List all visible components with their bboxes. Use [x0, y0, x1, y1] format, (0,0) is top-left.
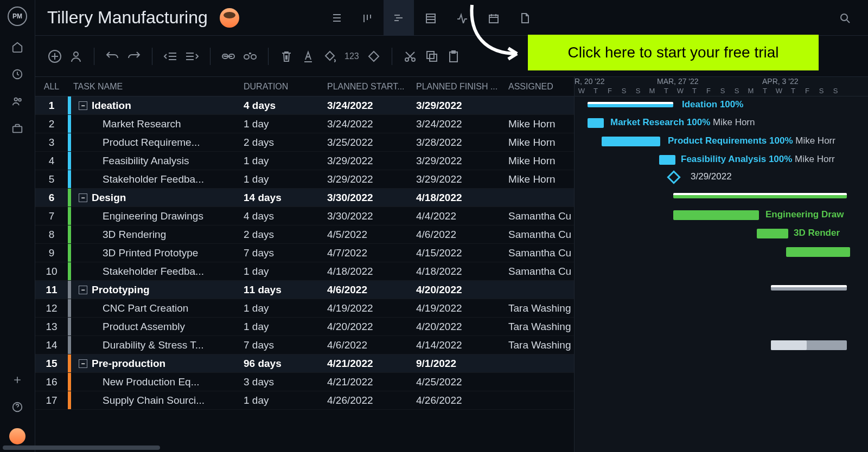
number-format[interactable]: 123 — [344, 51, 359, 61]
duration-cell[interactable]: 1 day — [244, 395, 327, 406]
end-cell[interactable]: 4/20/2022 — [416, 284, 508, 296]
start-cell[interactable]: 3/25/2022 — [327, 137, 416, 148]
task-name-cell[interactable]: −Design — [73, 192, 244, 204]
task-name-cell[interactable]: Durability & Stress T... — [73, 339, 244, 351]
task-row[interactable]: 93D Printed Prototype7 days4/7/20224/15/… — [35, 244, 574, 262]
assigned-cell[interactable]: Mike Horn — [508, 173, 573, 185]
duration-cell[interactable]: 1 day — [244, 266, 327, 277]
duration-cell[interactable]: 96 days — [244, 358, 327, 370]
end-cell[interactable]: 4/18/2022 — [416, 266, 508, 277]
start-cell[interactable]: 4/7/2022 — [327, 247, 416, 259]
task-row[interactable]: 5Stakeholder Feedba...1 day3/29/20223/29… — [35, 170, 574, 189]
task-row[interactable]: 6−Design14 days3/30/20224/18/2022 — [35, 189, 574, 207]
duration-cell[interactable]: 14 days — [244, 192, 327, 204]
task-name-cell[interactable]: Market Research — [73, 118, 244, 130]
end-cell[interactable]: 4/18/2022 — [416, 192, 508, 204]
indent-icon[interactable] — [185, 49, 199, 63]
link-icon[interactable] — [221, 49, 235, 63]
task-name-cell[interactable]: Feasibility Analysis — [73, 155, 244, 167]
gantt-bar[interactable] — [588, 118, 604, 128]
task-row[interactable]: 14Durability & Stress T...7 days4/6/2022… — [35, 336, 574, 354]
start-cell[interactable]: 4/19/2022 — [327, 302, 416, 314]
assigned-cell[interactable]: Samantha Cu — [508, 247, 573, 259]
end-cell[interactable]: 4/20/2022 — [416, 321, 508, 333]
end-cell[interactable]: 3/28/2022 — [416, 137, 508, 148]
home-icon[interactable] — [11, 41, 23, 53]
start-cell[interactable]: 3/30/2022 — [327, 210, 416, 222]
assigned-cell[interactable]: Mike Horn — [508, 118, 573, 130]
cut-icon[interactable] — [403, 49, 417, 63]
duration-cell[interactable]: 1 day — [244, 173, 327, 185]
gantt-bar[interactable] — [757, 229, 788, 238]
recent-icon[interactable] — [11, 68, 23, 80]
start-cell[interactable]: 4/21/2022 — [327, 376, 416, 388]
view-list-icon[interactable] — [321, 0, 351, 36]
end-cell[interactable]: 4/15/2022 — [416, 247, 508, 259]
end-cell[interactable]: 4/6/2022 — [416, 229, 508, 241]
view-gantt-icon[interactable] — [384, 0, 414, 36]
gantt-chart[interactable]: R, 20 '22 MAR, 27 '22 APR, 3 '22 WTFSSMT… — [575, 77, 868, 452]
start-cell[interactable]: 3/24/2022 — [327, 100, 416, 112]
briefcase-icon[interactable] — [11, 122, 23, 134]
view-activity-icon[interactable] — [446, 0, 477, 36]
view-calendar-icon[interactable] — [478, 0, 508, 36]
gantt-bar[interactable] — [659, 155, 675, 165]
app-logo[interactable]: PM — [8, 7, 27, 26]
view-sheet-icon[interactable] — [415, 0, 445, 36]
redo-icon[interactable] — [127, 49, 141, 63]
text-color-icon[interactable] — [301, 49, 315, 63]
task-row[interactable]: 2Market Research1 day3/24/20223/24/2022M… — [35, 115, 574, 133]
end-cell[interactable]: 3/29/2022 — [416, 155, 508, 167]
start-cell[interactable]: 4/21/2022 — [327, 358, 416, 370]
start-cell[interactable]: 3/29/2022 — [327, 155, 416, 167]
start-cell[interactable]: 4/6/2022 — [327, 339, 416, 351]
collapse-icon[interactable]: − — [79, 286, 87, 294]
collapse-icon[interactable]: − — [79, 193, 87, 202]
undo-icon[interactable] — [105, 49, 119, 63]
gantt-bar[interactable] — [602, 137, 660, 146]
duration-cell[interactable]: 7 days — [244, 339, 327, 351]
search-icon[interactable] — [839, 12, 851, 24]
duration-cell[interactable]: 4 days — [244, 100, 327, 112]
gantt-bar[interactable] — [673, 210, 759, 220]
start-cell[interactable]: 3/24/2022 — [327, 118, 416, 130]
duration-cell[interactable]: 3 days — [244, 376, 327, 388]
gantt-bar[interactable] — [786, 247, 850, 257]
task-name-cell[interactable]: Product Requireme... — [73, 137, 244, 148]
col-duration[interactable]: DURATION — [244, 82, 327, 92]
task-name-cell[interactable]: −Ideation — [73, 100, 244, 112]
duration-cell[interactable]: 4 days — [244, 210, 327, 222]
col-name[interactable]: TASK NAME — [68, 82, 244, 92]
fill-icon[interactable] — [323, 49, 337, 63]
task-row[interactable]: 3Product Requireme...2 days3/25/20223/28… — [35, 133, 574, 152]
duration-cell[interactable]: 11 days — [244, 284, 327, 296]
start-cell[interactable]: 3/30/2022 — [327, 192, 416, 204]
gantt-bar[interactable] — [673, 193, 847, 198]
start-cell[interactable]: 4/6/2022 — [327, 284, 416, 296]
end-cell[interactable]: 4/26/2022 — [416, 395, 508, 406]
col-start[interactable]: PLANNED START... — [327, 82, 416, 92]
gantt-milestone[interactable] — [667, 170, 680, 184]
end-cell[interactable]: 3/24/2022 — [416, 118, 508, 130]
unlink-icon[interactable] — [243, 49, 257, 63]
assigned-cell[interactable]: Samantha Cu — [508, 229, 573, 241]
paste-icon[interactable] — [446, 49, 461, 63]
start-cell[interactable]: 4/26/2022 — [327, 395, 416, 406]
task-row[interactable]: 12CNC Part Creation1 day4/19/20224/19/20… — [35, 299, 574, 318]
task-row[interactable]: 11−Prototyping11 days4/6/20224/20/2022 — [35, 281, 574, 299]
help-icon[interactable] — [11, 401, 23, 413]
view-board-icon[interactable] — [352, 0, 382, 36]
end-cell[interactable]: 4/14/2022 — [416, 339, 508, 351]
end-cell[interactable]: 4/4/2022 — [416, 210, 508, 222]
start-cell[interactable]: 4/20/2022 — [327, 321, 416, 333]
assigned-cell[interactable]: Samantha Cu — [508, 266, 573, 277]
task-name-cell[interactable]: Engineering Drawings — [73, 210, 244, 222]
task-name-cell[interactable]: Stakeholder Feedba... — [73, 266, 244, 277]
task-name-cell[interactable]: New Production Eq... — [73, 376, 244, 388]
horizontal-scrollbar[interactable] — [35, 445, 160, 450]
start-cell[interactable]: 3/29/2022 — [327, 173, 416, 185]
duration-cell[interactable]: 2 days — [244, 137, 327, 148]
assigned-cell[interactable]: Samantha Cu — [508, 210, 573, 222]
project-owner-avatar[interactable] — [220, 8, 239, 28]
task-row[interactable]: 83D Rendering2 days4/5/20224/6/2022Saman… — [35, 225, 574, 244]
